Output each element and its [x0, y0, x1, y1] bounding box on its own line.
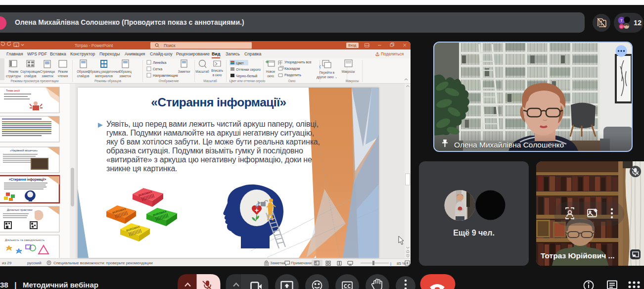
- svg-text:«Стирання інформації»: «Стирання інформації»: [9, 178, 46, 182]
- svg-text:Сетка: Сетка: [153, 67, 162, 71]
- svg-text:Окно: Окно: [288, 79, 296, 83]
- svg-text:Цвет или оттенки серого: Цвет или оттенки серого: [230, 79, 266, 83]
- svg-text:Примечания: Примечания: [291, 261, 314, 265]
- svg-text:T: T: [620, 18, 623, 23]
- svg-text:«Чарівний мішечок»: «Чарівний мішечок»: [10, 149, 38, 152]
- svg-text:Цвет: Цвет: [236, 61, 244, 65]
- svg-text:из 29: из 29: [2, 261, 12, 265]
- svg-text:Масштаб: Масштаб: [195, 70, 209, 73]
- svg-text:Оттенки серого: Оттенки серого: [236, 68, 261, 72]
- svg-text:Макросы: Макросы: [342, 70, 355, 74]
- svg-text:Режимы просмотра презентации: Режимы просмотра презентации: [10, 79, 58, 83]
- svg-text:Діяльність та самодіяльність: Діяльність та самодіяльність: [5, 239, 45, 241]
- svg-text:Ещё 9 чел.: Ещё 9 чел.: [453, 229, 495, 237]
- svg-text:Заметки: Заметки: [270, 261, 285, 265]
- svg-text:Тема сесії: Тема сесії: [6, 89, 20, 92]
- svg-text:русский: русский: [27, 261, 42, 265]
- svg-text:Режим: Режим: [58, 70, 68, 73]
- svg-text:Отображение: Отображение: [159, 79, 179, 83]
- svg-text:D: D: [620, 25, 623, 28]
- svg-text:заметок: заметок: [119, 74, 131, 78]
- svg-text:материалов: материалов: [95, 74, 113, 78]
- svg-text:Тотраз Юрійович ...: Тотраз Юрійович ...: [541, 251, 615, 260]
- svg-text:Вписать: Вписать: [211, 69, 224, 72]
- svg-text:Упорядочить все: Упорядочить все: [284, 60, 312, 64]
- svg-text:85 %: 85 %: [397, 261, 406, 265]
- svg-text:Перейти в: Перейти в: [320, 71, 335, 75]
- svg-text:Специальные возможности: прове: Специальные возможности: проверьте реком…: [53, 261, 153, 265]
- svg-text:слайдов: слайдов: [77, 74, 90, 78]
- svg-text:Олена Михайлівна Солошенко: Олена Михайлівна Солошенко: [454, 141, 564, 149]
- svg-text:Макросы: Макросы: [346, 79, 359, 83]
- svg-text:окно: окно: [267, 74, 274, 78]
- svg-text:Разделить: Разделить: [284, 73, 301, 77]
- svg-text:Поиск: Поиск: [164, 43, 176, 48]
- svg-text:Образец: Образец: [119, 70, 132, 74]
- svg-text:структуры: структуры: [6, 74, 21, 78]
- svg-text:Каскадом: Каскадом: [284, 67, 300, 71]
- svg-text:Режимы образцов: Режимы образцов: [94, 79, 121, 83]
- svg-text:Тотраз - PowerPoint: Тотраз - PowerPoint: [75, 43, 113, 48]
- svg-text:Направляющие: Направляющие: [153, 74, 178, 78]
- svg-text:в окно: в окно: [213, 73, 222, 77]
- svg-text:Образец раздаточных: Образец раздаточных: [88, 70, 120, 74]
- svg-text:чтения: чтения: [58, 74, 68, 78]
- svg-text:Черно-белый: Черно-белый: [236, 74, 257, 78]
- svg-text:Линейка: Линейка: [153, 61, 166, 64]
- svg-text:Дихальні практики: Дихальні практики: [7, 208, 32, 211]
- svg-text:Заметки: Заметки: [178, 70, 190, 73]
- svg-text:|: |: [390, 261, 391, 265]
- svg-text:заметок: заметок: [42, 74, 53, 78]
- svg-text:другое окно ⌄: другое окно ⌄: [317, 75, 337, 79]
- svg-text:Новое: Новое: [266, 70, 276, 73]
- svg-text:слайдов: слайдов: [24, 74, 37, 78]
- svg-text:Режим: Режим: [8, 70, 18, 73]
- svg-text:Сортировщик: Сортировщик: [20, 70, 40, 74]
- svg-text:Вход: Вход: [348, 43, 357, 48]
- svg-text:Страницы: Страницы: [40, 70, 55, 74]
- svg-text:Масштаб: Масштаб: [203, 79, 217, 83]
